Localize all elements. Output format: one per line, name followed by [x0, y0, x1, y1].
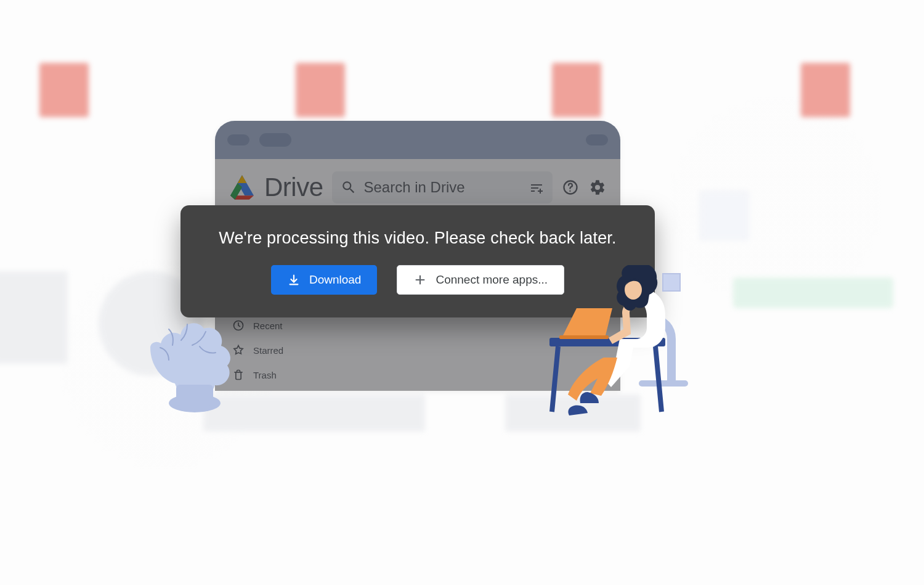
app-title: Drive: [264, 173, 323, 202]
gear-icon[interactable]: [588, 178, 607, 197]
sidebar-item-trash[interactable]: Trash: [221, 362, 344, 387]
connect-apps-button-label: Connect more apps...: [436, 273, 548, 287]
search-options-icon[interactable]: [529, 180, 544, 195]
search-placeholder: Search in Drive: [364, 179, 465, 196]
decorative-square: [662, 273, 681, 292]
modal-button-row: Download Connect more apps...: [271, 265, 564, 295]
svg-point-1: [569, 190, 570, 192]
sidebar-item-label: Trash: [253, 370, 277, 380]
search-input[interactable]: Search in Drive: [332, 171, 553, 203]
window-control: [586, 134, 608, 145]
sidebar-item-label: Starred: [253, 345, 283, 356]
search-icon: [341, 179, 357, 195]
star-icon: [232, 344, 245, 356]
connect-apps-button[interactable]: Connect more apps...: [397, 265, 564, 295]
modal-message: We're processing this video. Please chec…: [219, 229, 617, 248]
download-button-label: Download: [309, 273, 362, 287]
download-button[interactable]: Download: [271, 265, 378, 295]
download-icon: [287, 273, 301, 287]
window-control: [259, 133, 291, 147]
trash-icon: [232, 369, 245, 381]
processing-modal: We're processing this video. Please chec…: [180, 205, 655, 317]
clock-icon: [232, 319, 245, 332]
drive-header: Drive Search in Drive: [215, 171, 620, 203]
plus-icon: [413, 273, 427, 287]
sidebar-item-starred[interactable]: Starred: [221, 338, 344, 362]
drive-logo-icon: [229, 175, 256, 200]
sidebar-item-label: Recent: [253, 321, 283, 331]
window-title-bar: [215, 121, 620, 159]
help-icon[interactable]: [561, 178, 580, 197]
window-control: [227, 134, 249, 145]
